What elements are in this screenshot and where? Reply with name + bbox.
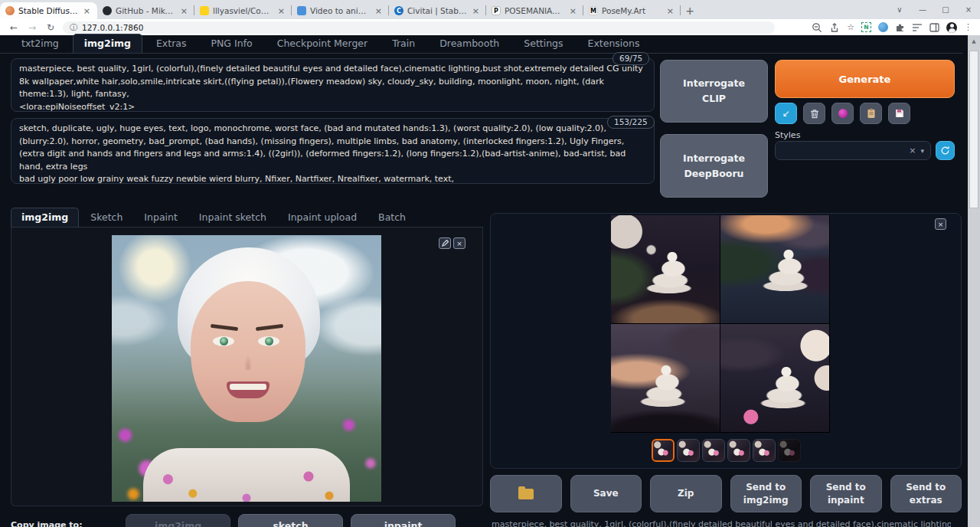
browser-tab-posemyart[interactable]: M PoseMy.Art × <box>583 2 681 19</box>
tab-extras[interactable]: Extras <box>145 34 198 53</box>
minimize-icon[interactable]: — <box>911 5 934 14</box>
browser-tab-civitai[interactable]: C Civitai | Stable Diffusion models × <box>389 2 486 19</box>
gallery-image-1[interactable] <box>611 215 720 323</box>
save-style-button[interactable] <box>888 103 910 124</box>
toolbar-icons: ☆ N ⋮ <box>812 22 972 33</box>
save-button[interactable]: Save <box>570 475 642 512</box>
favicon-stable-diffusion <box>5 6 15 15</box>
interrogate-deepbooru-button[interactable]: Interrogate DeepBooru <box>660 134 768 198</box>
tab-inpaint[interactable]: Inpaint <box>134 208 188 227</box>
clear-prompt-button[interactable] <box>803 103 825 124</box>
img2img-panel: img2img Sketch Inpaint Inpaint sketch In… <box>11 209 483 506</box>
generate-button[interactable]: Generate <box>775 60 955 98</box>
copy-to-sketch-button[interactable]: sketch <box>238 514 343 527</box>
send-to-inpaint-button[interactable]: Send to inpaint <box>810 475 882 512</box>
tab-inpaint-upload[interactable]: Inpaint upload <box>278 208 367 227</box>
window-controls: ∨ — □ × <box>888 0 980 19</box>
styles-label: Styles <box>775 130 800 140</box>
favicon-huggingface <box>200 6 209 15</box>
extension-blue-icon[interactable] <box>878 22 888 32</box>
tab-img2img-mode[interactable]: img2img <box>11 208 79 227</box>
styles-clear-icon[interactable]: × <box>909 146 916 155</box>
negative-prompt-input[interactable]: sketch, duplicate, ugly, huge eyes, text… <box>11 118 655 184</box>
new-tab-button[interactable]: + <box>681 2 699 19</box>
browser-tab-github[interactable]: GitHub - Mikubill/sd-webui-con × <box>97 2 194 19</box>
workspace: img2img Sketch Inpaint Inpaint sketch In… <box>0 205 962 527</box>
thumbnail-1-selected[interactable] <box>652 439 675 462</box>
bookmark-star-icon[interactable]: ☆ <box>847 22 854 32</box>
tab-dreambooth[interactable]: Dreambooth <box>429 34 510 53</box>
reload-icon[interactable]: ↻ <box>44 22 57 33</box>
zip-button[interactable]: Zip <box>650 475 722 512</box>
tab-png-info[interactable]: PNG Info <box>200 34 263 53</box>
apply-styles-button[interactable] <box>860 103 882 124</box>
tab-img2img[interactable]: img2img <box>73 34 142 53</box>
tab-close-icon[interactable]: × <box>179 6 189 16</box>
browser-tab-posemaniacs[interactable]: P POSEMANIACS - Royalty free 3 × <box>486 2 583 19</box>
copy-to-inpaint-button[interactable]: inpaint <box>351 514 456 527</box>
browser-tab-gif-converter[interactable]: Video to animated GIF converter × <box>292 2 389 19</box>
tab-batch[interactable]: Batch <box>368 208 416 227</box>
share-icon[interactable] <box>829 22 840 33</box>
address-bar[interactable]: ⓘ 127.0.0.1:7860 <box>63 21 775 34</box>
source-image-area[interactable]: × <box>11 227 483 506</box>
extensions-puzzle-icon[interactable] <box>895 22 905 32</box>
profile-avatar[interactable] <box>946 22 957 33</box>
tab-extensions[interactable]: Extensions <box>577 34 651 53</box>
tab-inpaint-sketch[interactable]: Inpaint sketch <box>189 208 276 227</box>
side-panel-icon[interactable] <box>929 23 939 32</box>
back-icon[interactable]: ← <box>8 22 20 33</box>
chevron-down-icon: ▾ <box>920 147 924 155</box>
gallery-image-3[interactable] <box>611 324 720 432</box>
scrollbar-thumb[interactable] <box>969 51 978 208</box>
gallery-thumbnails <box>490 439 962 462</box>
page-scrollbar[interactable]: ▲ <box>968 35 980 527</box>
tab-sketch[interactable]: Sketch <box>80 208 132 227</box>
refresh-styles-button[interactable] <box>936 141 955 160</box>
tab-close-icon[interactable]: × <box>568 6 578 16</box>
thumbnail-3[interactable] <box>702 439 725 462</box>
thumbnail-4[interactable] <box>727 439 750 462</box>
clipboard-icon <box>867 108 876 119</box>
gallery-close-button[interactable]: × <box>935 218 946 230</box>
maximize-icon[interactable]: □ <box>934 5 957 14</box>
tab-close-icon[interactable]: × <box>82 6 92 16</box>
edit-image-button[interactable] <box>439 237 451 249</box>
forward-icon[interactable]: → <box>26 22 38 33</box>
close-window-icon[interactable]: × <box>957 5 980 14</box>
thumbnail-2[interactable] <box>677 439 700 462</box>
tab-checkpoint-merger[interactable]: Checkpoint Merger <box>266 34 378 53</box>
gallery-image-2[interactable] <box>720 215 829 323</box>
tab-close-icon[interactable]: × <box>665 6 675 16</box>
scroll-up-icon[interactable]: ▲ <box>968 35 980 47</box>
tab-txt2img[interactable]: txt2img <box>11 34 70 53</box>
gallery-image-4[interactable] <box>720 324 829 432</box>
extra-networks-button[interactable] <box>831 103 854 124</box>
reading-list-icon[interactable] <box>912 23 923 32</box>
styles-dropdown[interactable]: × ▾ <box>775 141 931 160</box>
favicon-civitai: C <box>394 6 403 15</box>
thumbnail-6[interactable] <box>778 439 801 462</box>
prompt-input[interactable]: masterpiece, best quality, 1girl, (color… <box>11 58 655 112</box>
tab-search-chevron-icon[interactable]: ∨ <box>888 5 911 14</box>
tab-settings[interactable]: Settings <box>513 34 573 53</box>
browser-menu-icon[interactable]: ⋮ <box>964 22 972 32</box>
browser-tab-controlnet[interactable]: lllyasviel/ControlNet at main × <box>194 2 292 19</box>
tab-close-icon[interactable]: × <box>471 6 481 16</box>
send-to-img2img-button[interactable]: Send to img2img <box>730 475 802 512</box>
extension-n-icon[interactable]: N <box>861 22 871 32</box>
open-folder-button[interactable] <box>490 475 562 512</box>
tab-close-icon[interactable]: × <box>374 6 384 16</box>
thumbnail-5[interactable] <box>753 439 776 462</box>
copy-image-label: Copy image to: <box>11 514 126 527</box>
remove-image-button[interactable]: × <box>453 237 466 249</box>
site-info-icon[interactable]: ⓘ <box>70 22 77 33</box>
send-to-extras-button[interactable]: Send to extras <box>890 475 962 512</box>
browser-tab-stable-diffusion[interactable]: Stable Diffusion × <box>0 2 97 19</box>
zoom-icon[interactable] <box>812 22 822 33</box>
interrogate-clip-button[interactable]: Interrogate CLIP <box>660 60 768 123</box>
tab-close-icon[interactable]: × <box>276 6 286 16</box>
gallery-grid-image[interactable] <box>611 215 830 433</box>
tab-train[interactable]: Train <box>381 34 426 53</box>
paste-params-button[interactable]: ↙ <box>775 103 797 124</box>
